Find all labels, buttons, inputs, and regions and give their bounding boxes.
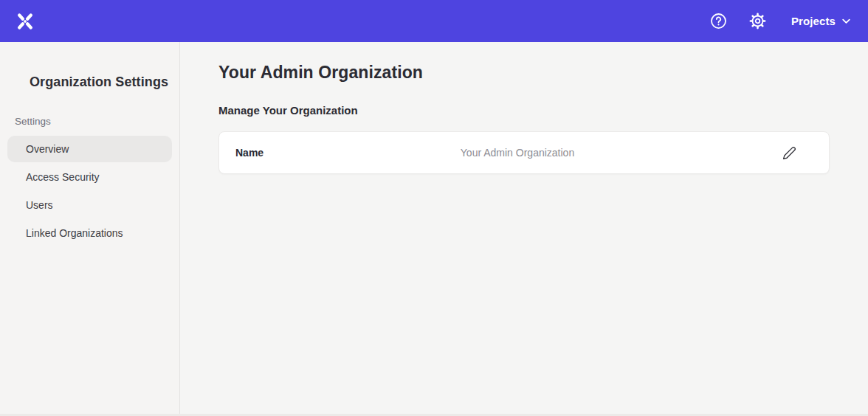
topbar: Projects [0, 0, 868, 42]
sidebar-title: Organization Settings [30, 74, 172, 90]
org-name-row: Name Your Admin Organization [218, 131, 830, 174]
sidebar-item-users[interactable]: Users [7, 191, 172, 219]
x-logo-icon [15, 11, 35, 32]
app-root: Projects Organization Settings Settings … [0, 0, 868, 416]
chevron-down-icon [842, 18, 850, 24]
pencil-icon [782, 146, 796, 160]
sidebar-item-linked-organizations[interactable]: Linked Organizations [7, 219, 172, 247]
sidebar-section-label: Settings [15, 116, 172, 127]
name-value: Your Admin Organization [331, 147, 703, 159]
page-title: Your Admin Organization [218, 62, 830, 83]
content-shell: Organization Settings Settings Overview … [0, 42, 868, 416]
edit-name-button[interactable] [779, 142, 799, 163]
help-button[interactable] [709, 11, 728, 31]
projects-label: Projects [791, 15, 836, 27]
help-circle-icon [710, 13, 727, 30]
name-row-actions [703, 142, 799, 163]
sidebar-nav: Overview Access Security Users Linked Or… [7, 136, 172, 247]
main-content: Your Admin Organization Manage Your Orga… [180, 42, 868, 416]
settings-button[interactable] [748, 11, 768, 31]
sidebar-item-access-security[interactable]: Access Security [7, 163, 172, 191]
brand-x-logo[interactable] [15, 11, 35, 32]
sidebar-item-overview[interactable]: Overview [7, 136, 172, 162]
section-title: Manage Your Organization [218, 104, 830, 117]
gear-icon [749, 13, 766, 30]
sidebar: Organization Settings Settings Overview … [0, 42, 180, 416]
topbar-actions: Projects [709, 11, 850, 31]
name-label: Name [235, 147, 331, 159]
projects-menu-button[interactable]: Projects [791, 15, 850, 27]
